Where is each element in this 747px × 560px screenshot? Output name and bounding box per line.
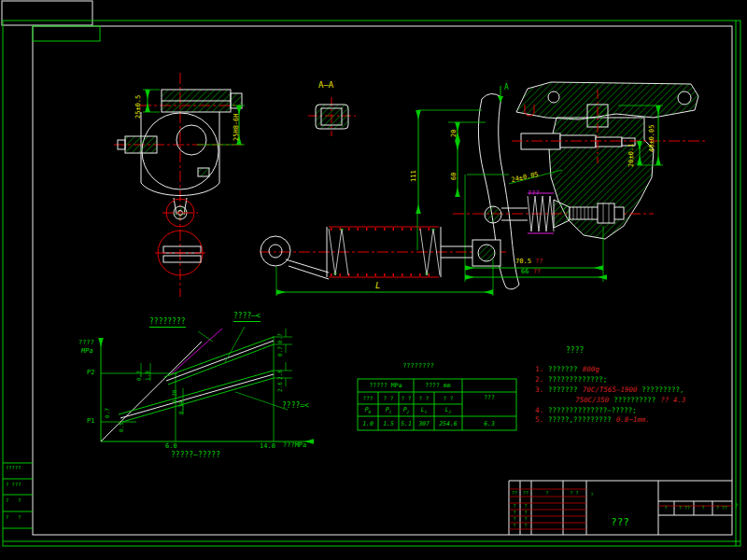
section-title: A—A (318, 81, 333, 90)
graph-sd: 0.7 (105, 408, 110, 418)
note-text: ?????,????????? (548, 416, 612, 424)
graph-p1-label: P1 (87, 418, 94, 425)
title-block-head: ?? (512, 491, 517, 496)
table-header-pressure: ????? MPa (369, 383, 402, 389)
dim-70-5-value: 70.5 (515, 258, 531, 265)
hex-nut (598, 203, 614, 223)
cad-sheet: 25±0.5 25H8-6H A—A A 20 60 111 48±0.05 2… (0, 0, 747, 560)
table-right-value: 6.3 (484, 421, 495, 427)
dim-66: 66 ?? (521, 269, 541, 275)
note-number: 2. (535, 376, 543, 384)
dim-70-5-suffix: ?? (535, 258, 543, 265)
dim-60: 60 (451, 173, 458, 180)
note-text: ?????????????; (548, 376, 607, 384)
note-text: ?????????? (613, 397, 655, 404)
right-view (418, 82, 706, 289)
note-number: 5. (535, 416, 543, 424)
graph-tick-6: 6.0 (165, 443, 177, 450)
edge-table-row: ????? (6, 466, 21, 471)
graph-sd: 0.7 (277, 333, 283, 343)
bolt-hole (678, 91, 691, 105)
table-sub: ? ? (444, 396, 454, 401)
sym-sub: 1 (425, 410, 428, 414)
sheet-frame (2, 1, 740, 546)
dim-20: 20 (451, 130, 458, 137)
dim-left-bore: 25H8-6H (233, 113, 240, 141)
note-value: 750C/350 (575, 397, 609, 404)
threaded-rod (570, 207, 624, 219)
dim-length-L: L (375, 282, 380, 290)
dim-70-5: 70.5 ?? (515, 259, 543, 265)
note-text: ??????????????—?????; (548, 407, 637, 414)
note-line-3: 3.???????70C/T565—1900?????????, (535, 386, 684, 394)
graph-upper-band-label: ????—< (233, 313, 261, 322)
bolt-hole (548, 91, 559, 103)
eye-ring (261, 236, 290, 266)
title-block-head: ? (545, 491, 548, 496)
link-bar (286, 259, 329, 279)
note-line-5: 5.?????,?????????0.8~1mm. (535, 416, 650, 424)
title-block-mark: ? (524, 517, 527, 522)
title-block-mid-mark: ? (590, 493, 593, 497)
top-left-cell (33, 26, 100, 41)
table-symbol: L1 (421, 407, 428, 415)
magenta-tag: ??? (528, 190, 540, 197)
note-line-3b: 750C/350???????????? 4.3 (575, 397, 685, 404)
drawing-title: ??? (611, 517, 629, 527)
title-block-cell: ? (664, 506, 667, 511)
title-block-mark: ? (513, 504, 515, 509)
graph-sd: 0.7 (277, 346, 283, 357)
dim-66-value: 66 (521, 268, 529, 275)
note-standard: 70C/T565—1900 (583, 386, 638, 394)
title-block-mark: ? (524, 524, 527, 528)
sym-sub: 2 (449, 410, 452, 414)
title-block-mark: ? (524, 504, 527, 509)
note-line-4: 4.??????????????—?????; (535, 407, 637, 414)
dim-66-suffix: ?? (533, 268, 541, 275)
graph-curve-label: ???????? (149, 318, 186, 328)
pivot-pin (485, 206, 501, 223)
curve-linear (101, 342, 202, 441)
edge-table-row: ? ??? (6, 483, 21, 488)
table-value: 1.0 (362, 421, 374, 427)
table-symbol: P2 (403, 407, 410, 415)
corner-box (2, 1, 92, 25)
section-arrow-label: A (504, 84, 509, 91)
note-line-2: 2.?????????????; (535, 376, 607, 384)
title-block-cell: ? (701, 506, 704, 511)
table-value: 5.1 (401, 421, 412, 427)
edge-table-row: ? ? (6, 515, 21, 521)
table-value: 254.6 (439, 421, 458, 427)
graph-sd: 1.0 (145, 371, 150, 381)
pin (125, 136, 157, 153)
table-title: ???????? (402, 363, 434, 370)
note-number: 1. (535, 366, 543, 373)
graph-lower-band-label: ????=< (282, 402, 309, 410)
title-block-outside-mark: ? (735, 503, 739, 509)
title-block-mark: ? (513, 517, 515, 522)
table-header-right: ??? (484, 395, 495, 401)
spring-coil-right (420, 229, 440, 275)
table-header-length: ???? mm (425, 383, 450, 389)
table-sub: ? ? (402, 396, 412, 401)
title-block-mark: ? (524, 511, 527, 515)
note-number: 3. (535, 386, 543, 394)
graph-sd: 2.6 (277, 382, 283, 392)
table-sub: ? ? (419, 396, 430, 401)
note-text: ??????? (548, 366, 578, 373)
title-block-head: ?? (523, 491, 529, 496)
graph-sd: 0.5 (119, 422, 124, 432)
table-value: 307 (418, 421, 430, 427)
note-text: ?????????, (641, 386, 684, 394)
dim-111: 111 (411, 170, 417, 182)
graph-y-label: ???? (78, 340, 94, 346)
dim-20-1: 20±0.1 (628, 144, 635, 167)
title-block-head: ? ? (570, 491, 578, 496)
graph-p2-label: P2 (87, 370, 94, 376)
left-view (114, 73, 245, 297)
table-sub: ??? (363, 396, 374, 401)
note-line-1: 1.???????800g (535, 366, 599, 373)
note-number: 4. (535, 407, 543, 414)
title-block-cell: ? ?? (716, 506, 727, 511)
table-sub: ? ? (384, 396, 394, 401)
